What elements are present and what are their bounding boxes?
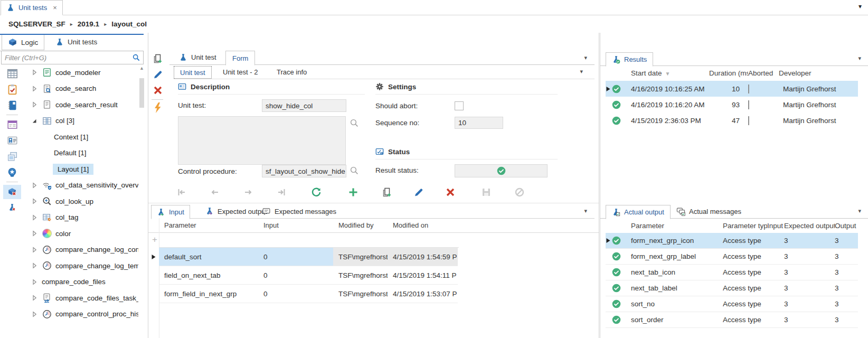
column-header-duration[interactable]: Duration (ms) xyxy=(709,69,748,77)
subtab-unit-test-2[interactable]: Unit test - 2 xyxy=(217,66,263,78)
aborted-checkbox[interactable] xyxy=(748,117,779,125)
expand-arrow-icon[interactable] xyxy=(31,262,38,269)
tree-item[interactable]: code_search_result xyxy=(24,97,138,113)
previous-record-button[interactable] xyxy=(209,186,221,198)
notebook-icon[interactable] xyxy=(3,98,21,112)
actual-output-row[interactable]: sort_noAccess type33 xyxy=(606,296,858,312)
cell-parameter[interactable]: form_next_grp_icon xyxy=(627,237,723,245)
unit-test-notes-field[interactable] xyxy=(178,116,346,165)
cell-expected-output[interactable]: 3 xyxy=(784,237,835,245)
actual-output-row[interactable]: form_next_grp_labelAccess type33 xyxy=(606,249,858,265)
actual-output-row[interactable]: form_next_grp_iconAccess type33 xyxy=(606,233,858,249)
cell-duration[interactable]: 10 xyxy=(709,85,748,93)
tree-item[interactable]: color xyxy=(24,226,138,242)
expand-arrow-icon[interactable] xyxy=(31,246,38,253)
tab-unit-test[interactable]: Unit test xyxy=(173,51,223,64)
add-row-icon[interactable]: + xyxy=(152,234,157,245)
cell-expected-output[interactable]: 3 xyxy=(784,252,835,260)
cell-parameter-type[interactable]: Access type xyxy=(723,300,767,308)
windows-icon[interactable] xyxy=(3,149,21,164)
window-list-dropdown-icon[interactable]: ▾ xyxy=(858,3,862,10)
column-header-modified-on[interactable]: Modified on xyxy=(388,221,458,229)
expand-arrow-icon[interactable] xyxy=(31,182,38,189)
delete-button[interactable] xyxy=(445,186,456,198)
first-record-button[interactable] xyxy=(176,186,187,198)
copy-button[interactable] xyxy=(381,186,393,198)
tab-unit-tests[interactable]: Unit tests xyxy=(50,35,103,49)
tree-item[interactable]: Default [1] xyxy=(24,145,138,162)
collapse-arrow-icon[interactable] xyxy=(31,117,38,125)
cell-parameter[interactable]: sort_no xyxy=(627,300,723,308)
table-row[interactable]: default_sort0TSF\mgrefhorst4/15/2019 1:5… xyxy=(148,248,459,266)
column-header-parameter-type[interactable]: Parameter type xyxy=(723,222,767,230)
cell-parameter[interactable]: default_sort xyxy=(159,248,258,266)
close-icon[interactable]: × xyxy=(53,4,57,12)
cell-start-date[interactable]: 4/15/2019 2:36:03 PM xyxy=(627,117,709,125)
cell-duration[interactable]: 47 xyxy=(709,117,748,125)
cell-output[interactable]: 3 xyxy=(835,268,858,276)
tab-actual-messages[interactable]: Actual messages xyxy=(671,205,747,218)
expand-arrow-icon[interactable] xyxy=(31,69,38,76)
subtab-unit-test[interactable]: Unit test xyxy=(174,66,212,79)
aborted-checkbox[interactable] xyxy=(748,85,779,93)
column-header-expected-output[interactable]: Expected output xyxy=(784,222,835,230)
result-row[interactable]: 4/15/2019 2:36:03 PM47Martijn Grefhorst xyxy=(606,112,858,128)
document-tab-unit-tests[interactable]: Unit tests × xyxy=(1,0,63,15)
cell-expected-output[interactable]: 3 xyxy=(784,268,835,276)
tree-item[interactable]: Context [1] xyxy=(24,129,138,145)
tree-item[interactable]: col_look_up xyxy=(24,193,138,210)
tree-item[interactable]: code_modeler xyxy=(24,64,138,81)
cell-input[interactable]: 0 xyxy=(258,266,333,285)
cell-output[interactable]: 3 xyxy=(835,284,858,292)
cell-parameter-type[interactable]: Access type xyxy=(723,316,767,324)
form-icon[interactable] xyxy=(3,118,21,132)
cell-output[interactable]: 3 xyxy=(835,300,858,308)
tab-list-dropdown-icon[interactable]: ▾ xyxy=(584,54,587,61)
tab-logic[interactable]: Logic xyxy=(2,35,44,50)
tree-scrollbar[interactable]: ▲ xyxy=(138,64,145,338)
flask-error-icon[interactable] xyxy=(3,201,21,215)
expand-arrow-icon[interactable] xyxy=(31,85,38,92)
column-header-parameter[interactable]: Parameter xyxy=(159,221,258,229)
expand-arrow-icon[interactable] xyxy=(31,214,38,221)
refresh-button[interactable] xyxy=(310,186,322,198)
tree-item[interactable]: code_search xyxy=(24,81,138,97)
save-button[interactable] xyxy=(480,186,492,198)
cell-start-date[interactable]: 4/16/2019 10:16:20 AM xyxy=(627,101,709,109)
result-status-field[interactable] xyxy=(455,164,548,177)
column-header-modified-by[interactable]: Modified by xyxy=(333,221,388,229)
tables-icon[interactable] xyxy=(3,67,21,81)
table-row[interactable]: field_on_next_tab0TSF\mgrefhorst4/15/201… xyxy=(148,266,459,285)
tree-item[interactable]: compare_change_log_templat xyxy=(24,258,138,274)
column-header-input[interactable]: Input xyxy=(767,222,784,230)
lookup-magnifier-icon[interactable] xyxy=(350,118,359,128)
cube-error-icon[interactable] xyxy=(3,185,21,199)
result-row[interactable]: 4/16/2019 10:16:20 AM93Martijn Grefhorst xyxy=(606,97,858,112)
cell-parameter[interactable]: field_on_next_tab xyxy=(159,266,258,285)
last-record-button[interactable] xyxy=(276,186,287,198)
cell-parameter-type[interactable]: Access type xyxy=(723,252,767,260)
cell-expected-output[interactable]: 3 xyxy=(784,300,835,308)
cell-start-date[interactable]: 4/16/2019 10:16:25 AM xyxy=(627,85,709,93)
badge-icon[interactable] xyxy=(3,165,21,180)
cell-output[interactable]: 3 xyxy=(835,237,858,245)
edit-button[interactable] xyxy=(413,186,424,198)
expand-arrow-icon[interactable] xyxy=(31,311,38,318)
lookup-magnifier-icon[interactable] xyxy=(350,166,359,175)
cell-input[interactable]: 0 xyxy=(258,248,333,266)
tab-list-dropdown-icon[interactable]: ▾ xyxy=(584,208,587,214)
expand-arrow-icon[interactable] xyxy=(31,198,38,205)
cell-parameter[interactable]: next_tab_icon xyxy=(627,268,723,276)
expand-arrow-icon[interactable] xyxy=(31,101,38,108)
cell-parameter[interactable]: next_tab_label xyxy=(627,284,723,292)
column-header-developer[interactable]: Developer xyxy=(779,69,858,77)
cell-parameter-type[interactable]: Access type xyxy=(723,237,767,245)
actual-output-row[interactable]: next_tab_iconAccess type33 xyxy=(606,265,858,280)
column-header-aborted[interactable]: Aborted xyxy=(748,69,779,77)
cell-input[interactable]: 0 xyxy=(258,285,333,303)
delete-document-button[interactable] xyxy=(152,84,164,96)
next-record-button[interactable] xyxy=(242,186,254,198)
tree-item[interactable]: col [3] xyxy=(24,113,138,129)
tab-expected-messages[interactable]: Expected messages xyxy=(257,205,342,218)
sequence-no-field[interactable]: 10 xyxy=(455,117,503,129)
